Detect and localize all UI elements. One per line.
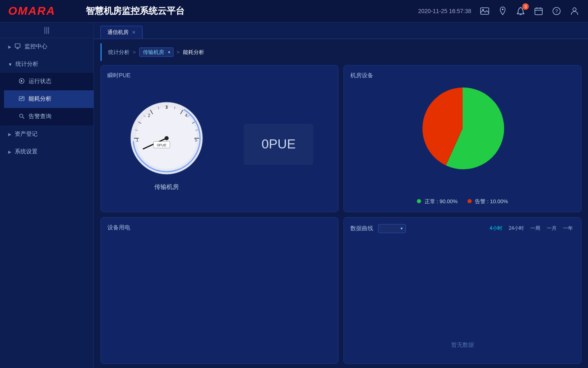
legend-alert-label: 告警 : 10.00% [475,198,508,204]
alert-icon[interactable]: 3 [515,6,526,16]
data-select-wrap: PUE 用电量 功率 [378,224,406,233]
svg-point-2 [502,9,503,10]
gauge-wrap: 1 2 3 4 5 [126,97,207,191]
run-status-icon [19,78,24,85]
time-btn-year[interactable]: 一年 [561,224,575,233]
arrow-icon: ▶ [8,150,11,154]
data-time-buttons: 4小时 24小时 一周 一月 一年 [488,224,575,233]
sidebar-label: 监控中心 [24,43,47,50]
legend-normal: 正常 : 90.00% [417,198,458,205]
search-icon [19,113,24,120]
gauge-container: 1 2 3 4 5 [126,97,207,179]
no-data-text: 暂无数据 [350,233,575,357]
elec-card-title: 设备用电 [107,224,332,231]
pue-card: 瞬时PUE [100,65,339,212]
main-panel: 通信机房 ✕ 统计分析 > 传输机房 通信机房 数据机房 > 能耗分析 瞬时PU… [94,22,588,368]
svg-point-9 [573,8,576,11]
data-select[interactable]: PUE 用电量 功率 [378,224,406,233]
breadcrumb-sep1: > [133,49,136,55]
legend-dot-alert [468,199,472,203]
main-layout: ||| ▶ 监控中心 ▼ 统计分析 运行状态 [0,22,588,368]
pue-value-box: 0PUE [244,124,313,165]
logo-text: OMARA [8,4,56,17]
elec-card: 设备用电 [100,217,339,364]
breadcrumb-sep2: > [177,49,180,55]
gauge-svg: 1 2 3 4 5 [126,97,207,179]
tab-close-btn[interactable]: ✕ [132,30,136,35]
breadcrumb-select-wrap: 传输机房 通信机房 数据机房 [139,47,174,57]
data-card-title: 数据曲线 [350,225,373,232]
sidebar-item-system-settings[interactable]: ▶ 系统设置 [0,143,94,161]
time-btn-24h[interactable]: 24小时 [507,224,526,233]
tab-comm-room[interactable]: 通信机房 ✕ [100,26,143,38]
sidebar-label: 系统设置 [15,148,38,155]
tabs-bar: 通信机房 ✕ [94,22,588,39]
arrow-icon: ▶ [8,132,11,137]
help-icon[interactable]: ? [551,6,562,16]
svg-line-16 [23,117,24,119]
monitor-icon [15,43,20,50]
breadcrumb: 统计分析 > 传输机房 通信机房 数据机房 > 能耗分析 [100,43,581,61]
energy-icon [19,96,24,103]
data-card: 数据曲线 PUE 用电量 功率 4小时 24小时 [343,217,581,364]
svg-text:2: 2 [148,113,150,118]
sidebar-item-alert-query[interactable]: 告警查询 [4,108,94,126]
svg-point-39 [165,136,169,140]
gauge-room-label: 传输机房 [154,183,179,191]
pie-card-title: 机房设备 [350,72,575,79]
content-grid: 瞬时PUE [94,61,588,368]
image-icon[interactable] [479,6,490,16]
user-icon[interactable] [569,6,580,16]
pie-legend: 正常 : 90.00% 告警 : 10.00% [417,198,508,205]
svg-text:4: 4 [185,113,187,118]
sidebar-item-run-status[interactable]: 运行状态 [4,73,94,90]
breadcrumb-root[interactable]: 统计分析 [108,49,129,56]
arrow-down-icon: ▼ [8,62,12,67]
svg-text:?: ? [555,9,558,14]
sidebar-item-monitor-center[interactable]: ▶ 监控中心 [0,38,94,56]
pie-card: 机房设备 [343,65,581,212]
time-btn-4h[interactable]: 4小时 [488,224,504,233]
header: OMARA 智慧机房监控系统云平台 2020-11-25 16:57:38 3 [0,0,588,22]
sidebar: ||| ▶ 监控中心 ▼ 统计分析 运行状态 [0,22,94,368]
sidebar-item-stat-analysis[interactable]: ▼ 统计分析 [0,56,94,73]
svg-point-15 [20,114,23,117]
breadcrumb-select[interactable]: 传输机房 通信机房 数据机房 [139,47,174,57]
sidebar-sub-stat: 运行状态 能耗分析 告警查询 [0,73,94,126]
arrow-icon: ▶ [8,45,11,49]
calendar-icon[interactable] [533,6,544,16]
svg-text:0PUE: 0PUE [157,143,167,147]
breadcrumb-current: 能耗分析 [183,49,204,56]
header-title: 智慧机房监控系统云平台 [82,5,418,17]
legend-normal-label: 正常 : 90.00% [425,198,458,204]
sidebar-label: 运行状态 [29,78,51,85]
header-datetime: 2020-11-25 16:57:38 [418,8,471,14]
time-btn-month[interactable]: 一月 [545,224,558,233]
tab-label: 通信机房 [107,29,129,36]
sidebar-item-energy-analysis[interactable]: 能耗分析 [4,90,94,108]
header-icons: 3 ? [479,6,580,16]
svg-rect-3 [535,8,542,15]
pue-card-title: 瞬时PUE [107,72,332,79]
alert-badge: 3 [522,3,529,10]
logo: OMARA [8,4,82,18]
pie-chart-svg [418,83,508,173]
sidebar-collapse-btn[interactable]: ||| [0,22,94,38]
pue-inner: 1 2 3 4 5 [107,83,332,205]
legend-alert: 告警 : 10.00% [468,198,508,205]
location-icon[interactable] [497,6,508,16]
sidebar-item-asset-register[interactable]: ▶ 资产登记 [0,126,94,143]
time-btn-week[interactable]: 一周 [529,224,542,233]
pie-inner: 正常 : 90.00% 告警 : 10.00% [350,83,575,205]
legend-dot-normal [417,199,421,203]
data-card-header: 数据曲线 PUE 用电量 功率 4小时 24小时 [350,224,575,233]
svg-rect-10 [15,44,20,47]
sidebar-label: 统计分析 [16,61,38,68]
header-right: 2020-11-25 16:57:38 3 ? [418,6,580,16]
sidebar-label: 告警查询 [29,113,51,120]
sidebar-label: 资产登记 [15,130,38,138]
sidebar-label: 能耗分析 [29,95,51,103]
